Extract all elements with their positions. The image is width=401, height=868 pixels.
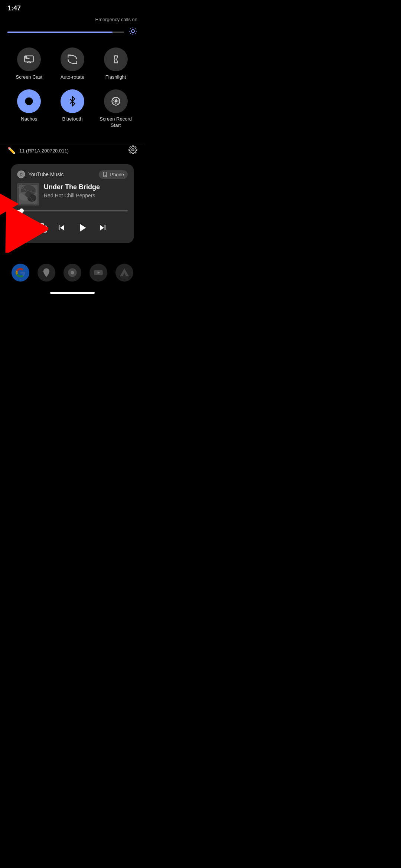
edit-icon[interactable]: ✏️: [7, 147, 16, 155]
progress-bar-wrap[interactable]: .04: [17, 210, 128, 218]
skip-next-button[interactable]: [98, 223, 108, 235]
tile-bluetooth-label: Bluetooth: [62, 116, 83, 122]
album-art: [17, 183, 39, 206]
track-details: Under The Bridge Red Hot Chili Peppers: [44, 183, 128, 206]
chrome-icon: [67, 267, 78, 278]
dock-icon-google[interactable]: [12, 264, 29, 282]
elapsed-time: .04: [17, 213, 128, 218]
dock-icon-drive[interactable]: [115, 264, 133, 282]
homescreen-dock: [0, 258, 145, 287]
phone-output-chip[interactable]: Phone: [99, 170, 128, 179]
tile-auto-rotate-label: Auto-rotate: [61, 74, 84, 80]
tile-screen-record-label: Screen Record Start: [100, 116, 132, 129]
flashlight-icon-circle: [104, 47, 128, 71]
quick-tiles: Screen Cast Auto-rotate Fl: [0, 44, 145, 141]
track-artist: Red Hot Chili Peppers: [44, 193, 128, 198]
svg-point-16: [132, 149, 134, 151]
media-player-wrapper: YouTube Music Phone: [4, 164, 141, 243]
svg-point-12: [29, 102, 30, 104]
svg-line-8: [135, 29, 136, 29]
bottom-settings-bar: ✏️ 11 (RP1A.200720.011): [0, 143, 145, 161]
brightness-icon: [128, 27, 137, 38]
progress-dot: [19, 208, 24, 213]
media-app-label: YouTube Music: [17, 170, 63, 178]
brightness-fill: [7, 32, 113, 33]
tiles-row-2: Nachos Bluetooth Screen Record Start: [7, 89, 137, 129]
skip-previous-button[interactable]: [56, 223, 66, 235]
tile-flashlight[interactable]: Flashlight: [97, 47, 134, 80]
tile-bluetooth[interactable]: Bluetooth: [54, 89, 91, 129]
google-icon: [15, 267, 26, 278]
album-art-svg: [17, 183, 39, 206]
track-title: Under The Bridge: [44, 183, 128, 191]
maps-icon: [41, 267, 52, 278]
media-info: Under The Bridge Red Hot Chili Peppers: [17, 183, 128, 206]
youtube-music-icon: [17, 170, 25, 178]
media-controls: [17, 221, 128, 237]
dock-icon-maps[interactable]: [38, 264, 55, 282]
emergency-text: Emergency calls on: [0, 15, 145, 22]
status-bar: 1:47: [0, 0, 145, 15]
tile-auto-rotate[interactable]: Auto-rotate: [54, 47, 91, 80]
bluetooth-icon-circle: [61, 89, 84, 113]
svg-point-0: [131, 30, 134, 33]
tile-screen-record[interactable]: Screen Record Start: [97, 89, 134, 129]
tile-nachos[interactable]: Nachos: [10, 89, 48, 129]
svg-line-5: [130, 29, 131, 29]
svg-point-22: [21, 174, 22, 175]
media-header: YouTube Music Phone: [17, 170, 128, 179]
queue-button[interactable]: [37, 223, 47, 235]
tiles-row-1: Screen Cast Auto-rotate Fl: [7, 47, 137, 80]
tile-nachos-label: Nachos: [21, 116, 37, 122]
dock-icon-chrome[interactable]: [63, 264, 81, 282]
screen-cast-icon-circle: [17, 47, 41, 71]
drive-icon: [119, 267, 130, 278]
tile-screen-cast[interactable]: Screen Cast: [10, 47, 48, 80]
auto-rotate-icon-circle: [61, 47, 84, 71]
phone-icon: [102, 172, 108, 177]
dock-icon-youtube[interactable]: [89, 264, 107, 282]
nachos-icon-circle: [17, 89, 41, 113]
tile-flashlight-label: Flashlight: [105, 74, 126, 80]
svg-point-32: [25, 191, 31, 197]
svg-line-7: [130, 33, 131, 34]
progress-bar[interactable]: [17, 210, 128, 211]
media-app-name: YouTube Music: [28, 171, 63, 177]
svg-point-24: [105, 175, 106, 176]
youtube-icon: [93, 267, 104, 278]
settings-gear-icon[interactable]: [128, 145, 137, 156]
brightness-row: [0, 22, 145, 44]
svg-point-10: [25, 56, 27, 58]
output-device-label: Phone: [110, 172, 124, 177]
svg-point-37: [71, 271, 74, 274]
nav-bar: [0, 287, 145, 297]
bottom-bar-left: ✏️ 11 (RP1A.200720.011): [7, 147, 69, 155]
brightness-slider[interactable]: [7, 32, 124, 33]
time-display: 1:47: [7, 4, 21, 12]
media-player: YouTube Music Phone: [11, 164, 134, 243]
play-button[interactable]: [75, 221, 89, 237]
nav-pill: [50, 292, 95, 294]
tile-screen-cast-label: Screen Cast: [16, 74, 43, 80]
screen-record-icon-circle: [104, 89, 128, 113]
version-text: 11 (RP1A.200720.011): [19, 148, 69, 154]
svg-point-15: [115, 101, 117, 102]
svg-line-6: [135, 33, 136, 34]
